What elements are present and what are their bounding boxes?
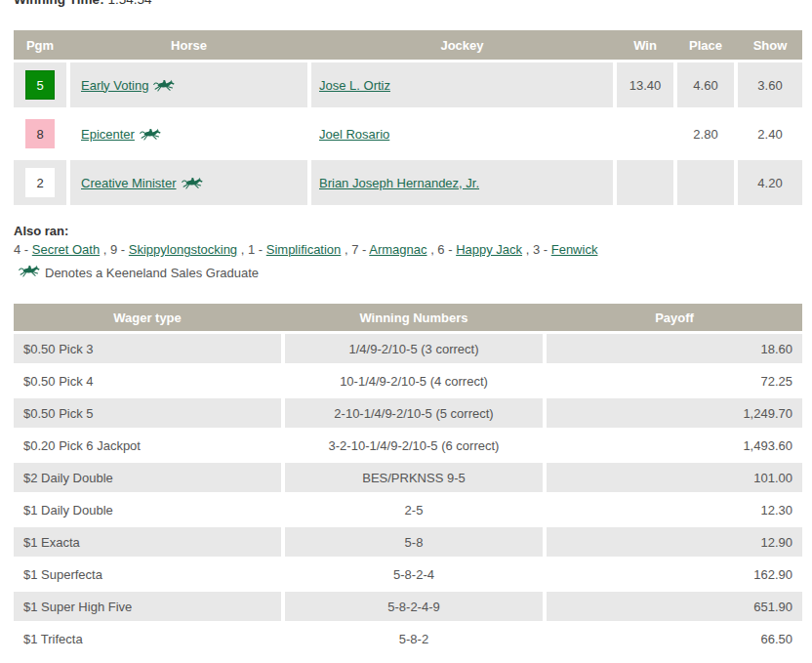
result-row: 8 Epicenter Joel Rosario 2.80 2.40	[14, 111, 802, 156]
wager-type: $1 Daily Double	[14, 495, 281, 524]
winning-time-value: 1:54.54	[107, 0, 151, 7]
win-payout	[617, 160, 673, 205]
payoff-amount: 1,249.70	[547, 398, 802, 428]
column-header-horse: Horse	[70, 38, 307, 53]
wager-row: $0.50 Pick 3 1/4/9-2/10-5 (3 correct) 18…	[14, 334, 802, 363]
wager-type: $0.20 Pick 6 Jackpot	[14, 431, 281, 460]
winning-numbers: 5-8-2	[285, 624, 543, 653]
keeneland-horse-icon	[19, 265, 40, 277]
show-payout: 2.40	[738, 111, 802, 156]
keeneland-horse-icon-wrap	[14, 265, 45, 280]
column-header-place: Place	[677, 38, 734, 53]
also-ran-horse-link[interactable]: Happy Jack	[456, 242, 522, 257]
also-ran-label: Also ran:	[14, 222, 597, 240]
place-payout	[677, 160, 734, 205]
wager-table: Wager type Winning Numbers Payoff $0.50 …	[14, 304, 802, 653]
wager-type: $1 Exacta	[14, 527, 281, 557]
jockey-cell: Brian Joseph Hernandez, Jr.	[311, 160, 613, 205]
wager-row: $1 Exacta 5-8 12.90	[14, 527, 802, 557]
winning-time: Winning Time: 1:54.54	[14, 0, 151, 8]
results-table-header: Pgm Horse Jockey Win Place Show	[14, 30, 802, 60]
program-number-cell: 5	[14, 62, 66, 107]
also-ran-list: 4 - Secret Oath , 9 - Skippylongstocking…	[14, 240, 597, 259]
column-header-jockey: Jockey	[311, 38, 613, 53]
winning-numbers: 3-2-10-1/4/9-2/10-5 (6 correct)	[285, 431, 543, 460]
column-header-winning-numbers: Winning Numbers	[285, 311, 543, 325]
wager-type: $2 Daily Double	[14, 463, 281, 492]
wager-table-header: Wager type Winning Numbers Payoff	[14, 304, 802, 331]
horse-link[interactable]: Early Voting	[81, 78, 148, 93]
also-ran-horse-link[interactable]: Fenwick	[551, 242, 598, 257]
winning-time-label: Winning Time:	[14, 0, 104, 7]
winning-numbers: 10-1/4/9-2/10-5 (4 correct)	[285, 366, 543, 395]
keeneland-horse-icon	[153, 79, 175, 92]
winning-numbers: 5-8	[285, 527, 543, 557]
place-payout: 2.80	[677, 111, 734, 156]
horse-link[interactable]: Epicenter	[81, 127, 135, 142]
program-number-cell: 8	[14, 111, 66, 156]
program-number-badge: 8	[25, 119, 55, 148]
show-payout: 3.60	[738, 62, 802, 107]
also-ran-horse-link[interactable]: Armagnac	[369, 242, 426, 257]
wager-row: $2 Daily Double BES/PRKNSS 9-5 101.00	[14, 463, 802, 492]
also-ran-horse-link[interactable]: Secret Oath	[32, 242, 100, 257]
horse-link[interactable]: Creative Minister	[81, 176, 177, 190]
keeneland-horse-icon	[140, 128, 161, 141]
wager-type: $1 Superfecta	[14, 559, 281, 589]
program-number-badge: 5	[25, 70, 55, 100]
keeneland-note: Denotes a Keeneland Sales Graduate	[14, 265, 259, 280]
column-header-show: Show	[738, 38, 802, 53]
place-payout: 4.60	[677, 62, 734, 107]
winning-numbers: 5-8-2-4-9	[285, 592, 543, 621]
keeneland-horse-icon	[182, 177, 203, 189]
wager-row: $1 Superfecta 5-8-2-4 162.90	[14, 559, 802, 589]
results-table: Pgm Horse Jockey Win Place Show 5 Early …	[14, 30, 802, 205]
payoff-amount: 12.30	[547, 495, 802, 524]
also-ran-section: Also ran: 4 - Secret Oath , 9 - Skippylo…	[14, 222, 597, 259]
win-payout	[617, 111, 673, 156]
wager-type: $0.50 Pick 5	[14, 398, 281, 428]
winning-numbers: 2-5	[285, 495, 543, 524]
winning-numbers: 1/4/9-2/10-5 (3 correct)	[285, 334, 543, 363]
column-header-wager-type: Wager type	[14, 311, 281, 325]
wager-row: $0.20 Pick 6 Jackpot 3-2-10-1/4/9-2/10-5…	[14, 431, 802, 460]
payoff-amount: 12.90	[547, 527, 802, 557]
jockey-cell: Jose L. Ortiz	[311, 62, 613, 107]
win-payout: 13.40	[617, 62, 673, 107]
wager-type: $0.50 Pick 4	[14, 366, 281, 395]
horse-cell: Early Voting	[70, 62, 307, 107]
wager-type: $1 Trifecta	[14, 624, 281, 653]
program-number-badge: 2	[25, 168, 55, 197]
also-ran-horse-link[interactable]: Simplification	[266, 242, 342, 257]
payoff-amount: 162.90	[547, 559, 802, 589]
jockey-link[interactable]: Brian Joseph Hernandez, Jr.	[319, 176, 479, 190]
also-ran-horse-link[interactable]: Skippylongstocking	[129, 242, 237, 257]
payoff-amount: 66.50	[547, 624, 802, 653]
wager-type: $0.50 Pick 3	[14, 334, 281, 363]
winning-numbers: BES/PRKNSS 9-5	[285, 463, 543, 492]
wager-row: $0.50 Pick 5 2-10-1/4/9-2/10-5 (5 correc…	[14, 398, 802, 428]
program-number-cell: 2	[14, 160, 66, 205]
winning-numbers: 5-8-2-4	[285, 559, 543, 589]
wager-row: $1 Super High Five 5-8-2-4-9 651.90	[14, 592, 802, 621]
payoff-amount: 101.00	[547, 463, 802, 492]
payoff-amount: 651.90	[547, 592, 802, 621]
payoff-amount: 18.60	[547, 334, 802, 363]
show-payout: 4.20	[738, 160, 802, 205]
payoff-amount: 1,493.60	[547, 431, 802, 460]
wager-row: $1 Trifecta 5-8-2 66.50	[14, 624, 802, 653]
jockey-cell: Joel Rosario	[311, 111, 613, 156]
wager-row: $0.50 Pick 4 10-1/4/9-2/10-5 (4 correct)…	[14, 366, 802, 395]
jockey-link[interactable]: Joel Rosario	[319, 127, 389, 142]
column-header-pgm: Pgm	[14, 38, 66, 53]
column-header-payoff: Payoff	[547, 311, 802, 325]
column-header-win: Win	[617, 38, 673, 53]
horse-cell: Epicenter	[70, 111, 307, 156]
horse-cell: Creative Minister	[70, 160, 307, 205]
keeneland-note-text: Denotes a Keeneland Sales Graduate	[45, 266, 259, 280]
payoff-amount: 72.25	[547, 366, 802, 395]
result-row: 5 Early Voting Jose L. Ortiz 13.40 4.60 …	[14, 62, 802, 107]
winning-numbers: 2-10-1/4/9-2/10-5 (5 correct)	[285, 398, 543, 428]
jockey-link[interactable]: Jose L. Ortiz	[319, 78, 390, 93]
wager-row: $1 Daily Double 2-5 12.30	[14, 495, 802, 524]
